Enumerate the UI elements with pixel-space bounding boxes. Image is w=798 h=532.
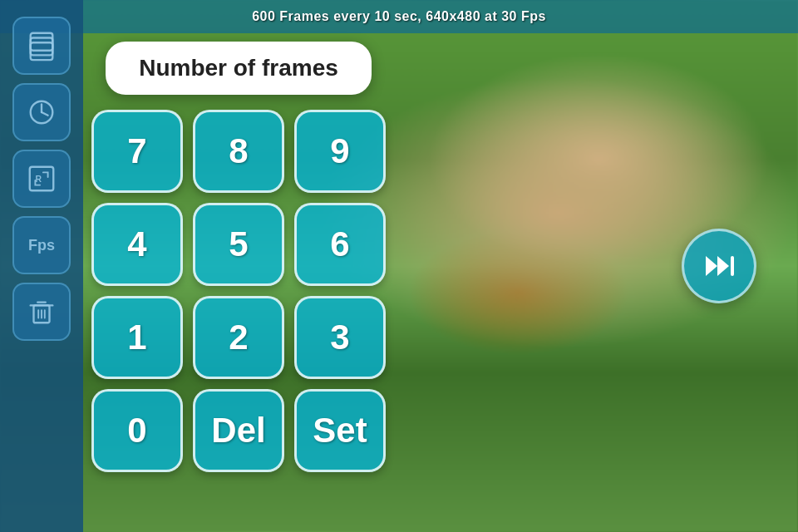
- sidebar-timer-button[interactable]: [12, 83, 71, 141]
- numpad-4-button[interactable]: 4: [91, 203, 183, 286]
- svg-line-5: [42, 112, 48, 116]
- expand-icon: R: [26, 163, 57, 195]
- svg-rect-6: [30, 167, 54, 191]
- numpad-overlay: Number of frames 7 8 9 4 5 6 1 2 3 0 Del…: [91, 42, 386, 472]
- numpad-8-button[interactable]: 8: [193, 110, 284, 193]
- svg-rect-14: [731, 256, 734, 276]
- numpad-set-button[interactable]: Set: [294, 389, 386, 472]
- trash-icon: [26, 296, 57, 328]
- numpad-3-button[interactable]: 3: [294, 296, 386, 379]
- sidebar-fps-button[interactable]: Fps: [12, 216, 71, 274]
- play-fastforward-button[interactable]: [682, 229, 756, 303]
- numpad-0-button[interactable]: 0: [91, 389, 183, 472]
- fps-label: Fps: [28, 237, 55, 254]
- status-text: 600 Frames every 10 sec, 640x480 at 30 F…: [252, 9, 546, 24]
- fastforward-icon: [699, 246, 739, 286]
- sidebar-resolution-button[interactable]: R: [12, 150, 71, 208]
- numpad-grid: 7 8 9 4 5 6 1 2 3 0 Del Set: [91, 110, 386, 472]
- sidebar: R Fps: [0, 0, 83, 532]
- svg-rect-1: [31, 38, 53, 56]
- top-status-bar: 600 Frames every 10 sec, 640x480 at 30 F…: [0, 0, 798, 33]
- numpad-2-button[interactable]: 2: [193, 296, 284, 379]
- sidebar-frames-button[interactable]: [12, 17, 71, 75]
- numpad-5-button[interactable]: 5: [193, 203, 284, 286]
- numpad-6-button[interactable]: 6: [294, 203, 386, 286]
- sidebar-delete-button[interactable]: [12, 283, 71, 341]
- numpad-7-button[interactable]: 7: [91, 110, 183, 193]
- numpad-1-button[interactable]: 1: [91, 296, 183, 379]
- layers-icon: [26, 30, 57, 62]
- numpad-title: Number of frames: [106, 42, 372, 95]
- numpad-del-button[interactable]: Del: [193, 389, 284, 472]
- svg-text:R: R: [35, 175, 42, 184]
- numpad-9-button[interactable]: 9: [294, 110, 386, 193]
- clock-icon: [26, 96, 57, 128]
